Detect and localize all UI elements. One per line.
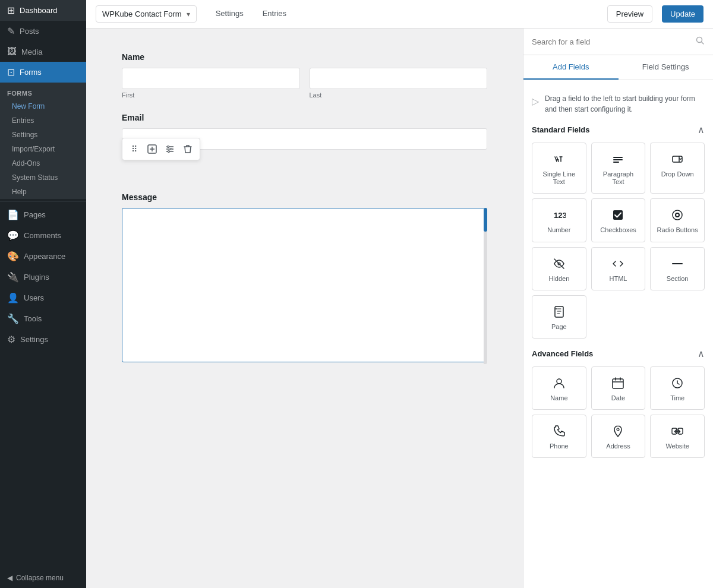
sidebar-submenu-addons[interactable]: Add-Ons [0,156,86,170]
field-card-label-page: Page [551,323,567,331]
standard-fields-toggle[interactable]: ∧ [698,124,705,135]
field-card-label-website: Website [665,442,689,450]
field-card-single-line-text[interactable]: Single Line Text [532,143,586,194]
sidebar-submenu-settings[interactable]: Settings [0,128,86,142]
sidebar-item-label: Media [21,48,42,56]
svg-rect-12 [613,159,623,160]
standard-fields-header: Standard Fields ∧ [532,124,705,135]
svg-text:123: 123 [554,211,566,220]
sidebar-item-label: Dashboard [20,6,58,15]
preview-button[interactable]: Preview [607,5,652,23]
standard-fields-label: Standard Fields [532,125,590,134]
drop-down-icon [671,153,684,166]
svg-point-7 [171,148,172,150]
tab-add-fields[interactable]: Add Fields [523,55,619,80]
sidebar-submenu-new-form[interactable]: New Form [0,99,86,113]
svg-point-8 [168,151,170,153]
forms-group-label: Forms [0,83,86,99]
drag-hint-text: Drag a field to the left to start buildi… [545,93,705,115]
field-card-time[interactable]: Time [650,366,705,410]
toolbar-delete-button[interactable] [179,141,196,157]
paragraph-text-icon [611,153,624,166]
advanced-fields-grid: Name Date [532,366,705,458]
tab-field-settings[interactable]: Field Settings [619,55,714,80]
message-container [122,208,487,364]
sidebar-submenu-importexport[interactable]: Import/Export [0,142,86,156]
sidebar-item-posts[interactable]: ✎ Posts [0,21,86,42]
sidebar-submenu-help[interactable]: Help [0,185,86,199]
field-card-paragraph-text[interactable]: Paragraph Text [591,143,646,194]
sidebar-item-appearance[interactable]: 🎨 Appearance [0,246,86,267]
sidebar-item-dashboard[interactable]: ⊞ Dashboard [0,0,86,21]
topbar-nav-settings[interactable]: Settings [206,1,253,27]
field-card-page[interactable]: Page [532,295,586,339]
toolbar-add-button[interactable] [144,141,160,157]
form-selector[interactable]: WPKube Contact Form ▾ [96,5,197,23]
name-last-sublabel: Last [310,91,488,99]
settings-icon: ⚙ [7,334,15,345]
html-icon [611,257,624,270]
sidebar: ⊞ Dashboard ✎ Posts 🖼 Media ⊡ Forms Form… [0,0,86,588]
field-card-html[interactable]: HTML [591,247,646,290]
field-card-label-time: Time [670,394,684,402]
update-button[interactable]: Update [662,5,703,23]
field-card-label-paragraph-text: Paragraph Text [597,170,641,186]
right-panel: Add Fields Field Settings ▷ Drag a field… [523,29,713,588]
topbar-nav: Settings Entries [206,1,296,27]
name-first-input[interactable] [122,68,300,89]
field-card-date[interactable]: Date [591,366,646,410]
website-link-icon [671,425,684,438]
toolbar-settings-button[interactable] [162,141,178,157]
sidebar-item-label: Posts [20,27,39,36]
sidebar-item-forms[interactable]: ⊡ Forms [0,62,86,83]
hidden-icon [553,257,566,270]
field-card-label-checkboxes: Checkboxes [600,226,636,234]
phone-icon [553,425,566,438]
panel-body: ▷ Drag a field to the left to start buil… [523,80,713,588]
field-card-adv-name[interactable]: Name [532,366,586,410]
field-card-phone[interactable]: Phone [532,415,586,458]
field-card-checkboxes[interactable]: Checkboxes [591,198,646,242]
sidebar-item-label: Forms [20,68,42,77]
sidebar-item-tools[interactable]: 🔧 Tools [0,308,86,329]
advanced-fields-label: Advanced Fields [532,349,593,358]
builder-area: Name First Last Email [86,29,713,588]
field-card-label-adv-name: Name [550,394,567,402]
checkboxes-icon [611,208,624,222]
sidebar-item-media[interactable]: 🖼 Media [0,42,86,62]
field-card-label-date: Date [611,394,625,402]
panel-tabs: Add Fields Field Settings [523,55,713,80]
svg-rect-11 [613,157,623,158]
sidebar-submenu-systemstatus[interactable]: System Status [0,170,86,185]
sidebar-item-pages[interactable]: 📄 Pages [0,204,86,225]
field-card-drop-down[interactable]: Drop Down [650,143,705,194]
toolbar-drag-button[interactable]: ⠿ [126,141,143,157]
field-card-section[interactable]: Section [650,247,705,290]
sidebar-item-settings[interactable]: ⚙ Settings [0,329,86,350]
scroll-thumb [484,208,487,232]
message-textarea[interactable] [122,208,487,362]
field-card-radio-buttons[interactable]: Radio Buttons [650,198,705,242]
sidebar-item-comments[interactable]: 💬 Comments [0,225,86,246]
message-field-group: ⠿ [122,164,487,364]
forms-icon: ⊡ [7,67,15,78]
search-input[interactable] [532,37,690,46]
posts-icon: ✎ [7,26,15,37]
field-card-website[interactable]: Website [650,415,705,458]
sidebar-submenu-entries[interactable]: Entries [0,113,86,128]
collapse-menu-button[interactable]: ◀ Collapse menu [0,568,86,588]
sidebar-item-plugins[interactable]: 🔌 Plugins [0,267,86,287]
field-card-number[interactable]: 123 Number [532,198,586,242]
sidebar-item-label: Comments [24,231,61,240]
clock-icon [671,377,684,390]
sidebar-item-users[interactable]: 👤 Users [0,287,86,308]
chevron-down-icon: ▾ [187,10,190,18]
name-last-input[interactable] [310,68,488,89]
advanced-fields-toggle[interactable]: ∧ [698,348,705,359]
advanced-fields-header: Advanced Fields ∧ [532,348,705,359]
topbar-nav-entries[interactable]: Entries [253,1,296,27]
person-icon [553,377,566,390]
svg-point-6 [168,146,169,148]
field-card-address[interactable]: Address [591,415,646,458]
field-card-hidden[interactable]: Hidden [532,247,586,290]
